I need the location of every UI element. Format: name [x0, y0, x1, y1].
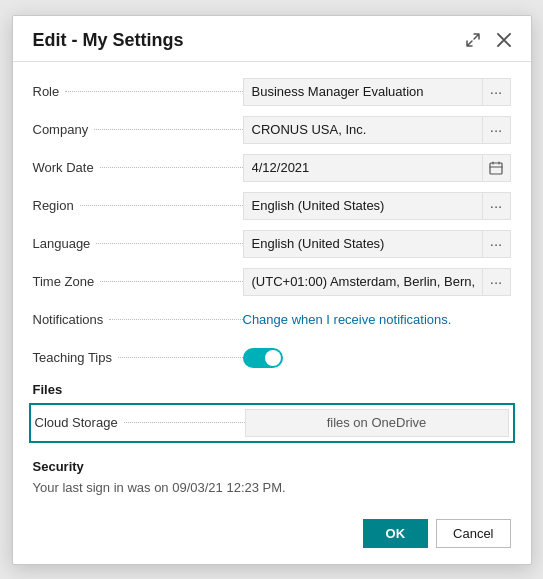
language-label-wrap: Language [33, 236, 243, 251]
teaching-tips-label: Teaching Tips [33, 350, 113, 365]
edit-my-settings-dialog: Edit - My Settings Role ··· [12, 15, 532, 565]
region-input[interactable] [243, 192, 483, 220]
role-lookup-button[interactable]: ··· [483, 78, 511, 106]
time-zone-lookup-button[interactable]: ··· [483, 268, 511, 296]
region-label-wrap: Region [33, 198, 243, 213]
region-dots [80, 205, 243, 206]
security-section-label: Security [33, 459, 511, 474]
expand-icon [465, 32, 481, 48]
role-dots [65, 91, 242, 92]
time-zone-dots [100, 281, 242, 282]
company-row: Company ··· [33, 116, 511, 144]
files-section-label: Files [33, 382, 511, 397]
teaching-tips-control [243, 348, 511, 368]
cancel-button[interactable]: Cancel [436, 519, 510, 548]
work-date-input[interactable] [243, 154, 483, 182]
cloud-storage-dots [124, 422, 245, 423]
region-row: Region ··· [33, 192, 511, 220]
time-zone-label: Time Zone [33, 274, 95, 289]
close-icon [497, 33, 511, 47]
calendar-icon [489, 161, 503, 175]
security-section: Security Your last sign in was on 09/03/… [33, 443, 511, 499]
cloud-storage-row[interactable]: Cloud Storage files on OneDrive [29, 403, 515, 443]
region-control: ··· [243, 192, 511, 220]
time-zone-control: ··· [243, 268, 511, 296]
cloud-storage-label-wrap: Cloud Storage [35, 415, 245, 430]
work-date-row: Work Date [33, 154, 511, 182]
notifications-row: Notifications Change when I receive noti… [33, 306, 511, 334]
work-date-label-wrap: Work Date [33, 160, 243, 175]
notifications-link[interactable]: Change when I receive notifications. [243, 312, 452, 327]
notifications-label-wrap: Notifications [33, 312, 243, 327]
region-lookup-button[interactable]: ··· [483, 192, 511, 220]
close-button[interactable] [493, 31, 515, 49]
role-input[interactable] [243, 78, 483, 106]
role-control: ··· [243, 78, 511, 106]
language-input[interactable] [243, 230, 483, 258]
notifications-label: Notifications [33, 312, 104, 327]
role-row: Role ··· [33, 78, 511, 106]
role-label-wrap: Role [33, 84, 243, 99]
region-label: Region [33, 198, 74, 213]
notifications-dots [109, 319, 242, 320]
work-date-label: Work Date [33, 160, 94, 175]
language-lookup-button[interactable]: ··· [483, 230, 511, 258]
dialog-header: Edit - My Settings [13, 16, 531, 62]
svg-rect-0 [490, 163, 502, 174]
teaching-tips-label-wrap: Teaching Tips [33, 350, 243, 365]
cloud-storage-label: Cloud Storage [35, 415, 118, 430]
ok-button[interactable]: OK [363, 519, 429, 548]
language-control: ··· [243, 230, 511, 258]
header-icons [461, 30, 515, 50]
calendar-button[interactable] [483, 154, 511, 182]
company-label-wrap: Company [33, 122, 243, 137]
language-label: Language [33, 236, 91, 251]
cloud-storage-control: files on OneDrive [245, 409, 509, 437]
teaching-tips-row: Teaching Tips [33, 344, 511, 372]
teaching-tips-toggle[interactable] [243, 348, 283, 368]
time-zone-input[interactable] [243, 268, 483, 296]
notifications-control: Change when I receive notifications. [243, 312, 511, 327]
dialog-body: Role ··· Company ··· Work Date [13, 62, 531, 507]
company-control: ··· [243, 116, 511, 144]
work-date-dots [100, 167, 243, 168]
toggle-slider [243, 348, 283, 368]
time-zone-label-wrap: Time Zone [33, 274, 243, 289]
cloud-storage-value[interactable]: files on OneDrive [245, 409, 509, 437]
time-zone-row: Time Zone ··· [33, 268, 511, 296]
company-dots [94, 129, 242, 130]
language-dots [96, 243, 242, 244]
expand-button[interactable] [461, 30, 485, 50]
teaching-tips-dots [118, 357, 243, 358]
dialog-footer: OK Cancel [13, 507, 531, 564]
company-lookup-button[interactable]: ··· [483, 116, 511, 144]
work-date-control [243, 154, 511, 182]
dialog-title: Edit - My Settings [33, 30, 184, 51]
role-label: Role [33, 84, 60, 99]
language-row: Language ··· [33, 230, 511, 258]
company-label: Company [33, 122, 89, 137]
company-input[interactable] [243, 116, 483, 144]
security-text: Your last sign in was on 09/03/21 12:23 … [33, 480, 511, 495]
